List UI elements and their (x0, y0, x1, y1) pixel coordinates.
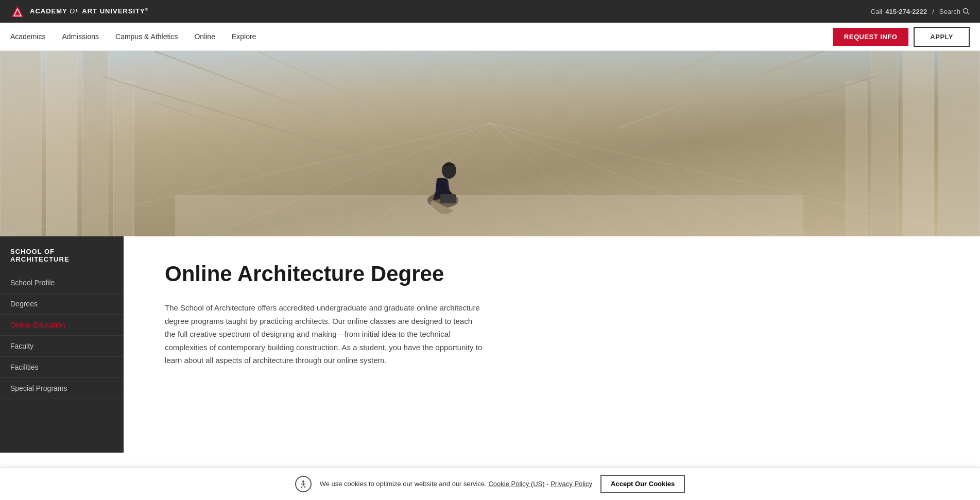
list-item: Online Education (0, 315, 124, 336)
nav-links: Academics Admissions Campus & Athletics … (10, 32, 256, 41)
list-item: School Profile (0, 272, 124, 294)
top-bar: ACADEMY of ART UNIVERSITY® Call 415-274-… (0, 0, 980, 23)
call-label: Call (871, 8, 882, 15)
divider: / (932, 8, 934, 15)
svg-point-2 (964, 9, 968, 13)
search-label: Search (939, 8, 960, 15)
apply-button[interactable]: APPLY (914, 27, 970, 47)
svg-rect-15 (113, 82, 134, 236)
svg-rect-13 (46, 51, 77, 236)
hero-image (0, 51, 980, 236)
sidebar-item-online-education[interactable]: Online Education (0, 315, 124, 336)
main-content: SCHOOL OF ARCHITECTURE School Profile De… (0, 236, 980, 453)
nav-explore[interactable]: Explore (232, 32, 256, 41)
nav-campus-athletics[interactable]: Campus & Athletics (115, 32, 178, 41)
nav-academics[interactable]: Academics (10, 32, 45, 41)
logo-triangle-icon (10, 4, 25, 19)
svg-marker-0 (11, 6, 24, 17)
svg-rect-14 (82, 51, 108, 236)
sidebar-item-special-programs[interactable]: Special Programs (0, 378, 124, 399)
nav-admissions[interactable]: Admissions (62, 32, 99, 41)
page-heading: Online Architecture Degree (165, 262, 939, 286)
page-body: The School of Architecture offers accred… (165, 301, 484, 367)
top-bar-right: Call 415-274-2222 / Search (871, 8, 970, 15)
list-item: Facilities (0, 357, 124, 378)
logo-text: ACADEMY of ART UNIVERSITY® (30, 7, 149, 15)
svg-rect-31 (440, 194, 456, 203)
search-icon (962, 8, 970, 15)
sidebar: SCHOOL OF ARCHITECTURE School Profile De… (0, 236, 124, 453)
phone-number: 415-274-2222 (885, 8, 927, 15)
svg-rect-5 (0, 51, 980, 144)
sidebar-item-facilities[interactable]: Facilities (0, 357, 124, 378)
content-area: Online Architecture Degree The School of… (124, 236, 980, 453)
sidebar-item-school-profile[interactable]: School Profile (0, 272, 124, 294)
nav-buttons: REQUEST INFO APPLY (833, 27, 970, 47)
sidebar-nav: School Profile Degrees Online Education … (0, 272, 124, 399)
search-link[interactable]: Search (939, 8, 970, 15)
svg-rect-18 (872, 51, 898, 236)
list-item: Faculty (0, 336, 124, 357)
svg-rect-17 (903, 51, 934, 236)
sidebar-item-faculty[interactable]: Faculty (0, 336, 124, 357)
sidebar-item-degrees[interactable]: Degrees (0, 294, 124, 315)
request-info-button[interactable]: REQUEST INFO (833, 28, 909, 46)
nav-online[interactable]: Online (194, 32, 215, 41)
list-item: Degrees (0, 294, 124, 315)
sidebar-school-title: SCHOOL OF ARCHITECTURE (0, 236, 124, 272)
svg-rect-19 (846, 82, 867, 236)
nav-bar: Academics Admissions Campus & Athletics … (0, 23, 980, 51)
svg-rect-28 (175, 195, 803, 236)
svg-rect-12 (0, 51, 41, 236)
svg-line-3 (968, 13, 970, 15)
list-item: Special Programs (0, 378, 124, 399)
hero-svg (0, 51, 980, 236)
logo[interactable]: ACADEMY of ART UNIVERSITY® (10, 4, 149, 19)
svg-rect-16 (939, 51, 980, 236)
